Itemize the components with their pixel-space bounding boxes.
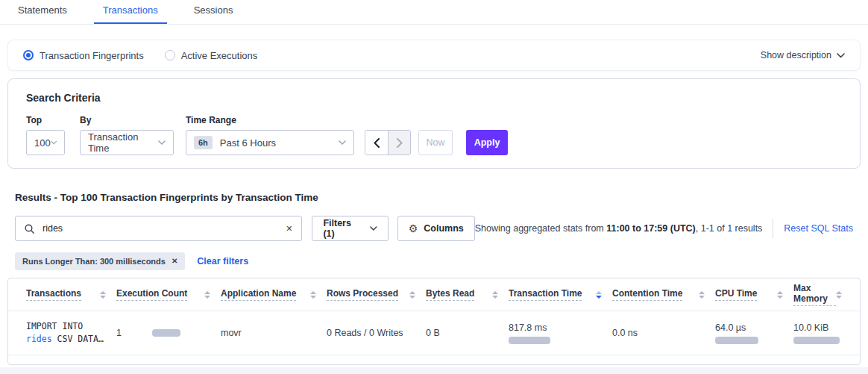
time-range-field: Time Range 6h Past 6 Hours: [186, 115, 354, 155]
show-description-toggle[interactable]: Show description: [761, 50, 845, 60]
clear-search-icon[interactable]: ✕: [286, 225, 292, 233]
time-back-button[interactable]: [365, 131, 388, 155]
chevron-down-icon: [837, 53, 845, 58]
apply-button[interactable]: Apply: [466, 130, 508, 155]
radio-label: Active Executions: [181, 50, 258, 61]
page: Statements Transactions Sessions Transac…: [0, 0, 868, 367]
active-filters-row: Runs Longer Than: 300 milliseconds ✕ Cle…: [15, 252, 853, 270]
results-toolbar: ✕ Filters (1) ⚙ Columns Showing aggregat…: [15, 216, 853, 241]
by-field: By Transaction Time: [80, 115, 174, 155]
sort-icon[interactable]: [777, 291, 783, 299]
column-header-execution-count[interactable]: Execution Count: [116, 288, 221, 301]
sort-icon[interactable]: [836, 291, 842, 299]
transaction-statement-rest: CSV DATA…: [52, 334, 104, 344]
by-label: By: [80, 115, 174, 125]
tab-sessions[interactable]: Sessions: [185, 0, 242, 24]
toolbar-divider: [773, 219, 773, 238]
columns-button[interactable]: ⚙ Columns: [397, 216, 475, 241]
column-header-label[interactable]: Contention Time: [612, 288, 682, 301]
chevron-down-icon: [370, 226, 377, 231]
sort-icon-active[interactable]: [596, 291, 602, 299]
results-heading: Results - Top 100 Transaction Fingerprin…: [15, 192, 853, 203]
column-header-label[interactable]: Max Memory: [793, 283, 836, 306]
tab-statements[interactable]: Statements: [9, 0, 76, 24]
by-select-value: Transaction Time: [88, 131, 158, 154]
radio-selected-icon[interactable]: [23, 50, 34, 60]
radio-label: Transaction Fingerprints: [40, 50, 144, 61]
tab-transactions[interactable]: Transactions: [94, 0, 167, 24]
cell-application-name: movr: [221, 328, 327, 338]
column-header-label[interactable]: Execution Count: [116, 288, 187, 301]
column-header-bytes-read[interactable]: Bytes Read: [426, 288, 509, 301]
cpu-time-bar: [715, 337, 758, 344]
radio-unselected-icon[interactable]: [165, 50, 175, 60]
time-range-select[interactable]: 6h Past 6 Hours: [186, 130, 354, 155]
time-range-badge: 6h: [194, 136, 213, 149]
sort-icon[interactable]: [204, 291, 210, 299]
cell-rows-processed: 0 Reads / 0 Writes: [327, 328, 426, 338]
view-toggle-card: Transaction Fingerprints Active Executio…: [7, 40, 861, 71]
reset-sql-stats-link[interactable]: Reset SQL Stats: [784, 223, 853, 234]
radio-active-executions[interactable]: Active Executions: [165, 50, 258, 61]
sort-icon[interactable]: [409, 291, 415, 299]
cpu-time-value: 64.0 µs: [715, 322, 793, 333]
gear-icon: ⚙: [409, 222, 418, 234]
filter-chip[interactable]: Runs Longer Than: 300 milliseconds ✕: [15, 252, 185, 270]
column-header-max-memory[interactable]: Max Memory: [793, 283, 860, 306]
chevron-right-icon: [397, 138, 403, 148]
search-criteria-card: Search Criteria Top 100 By Transaction T…: [7, 78, 861, 169]
column-header-label[interactable]: Bytes Read: [426, 288, 474, 301]
now-button[interactable]: Now: [418, 130, 453, 155]
column-header-cpu-time[interactable]: CPU Time: [715, 288, 793, 301]
top-select[interactable]: 100: [26, 130, 65, 155]
column-header-label[interactable]: Transaction Time: [509, 288, 582, 301]
time-range-value: Past 6 Hours: [220, 137, 339, 149]
column-header-transactions[interactable]: Transactions: [26, 288, 116, 301]
time-nav-group: [365, 130, 411, 155]
column-header-label[interactable]: CPU Time: [715, 288, 757, 301]
transaction-statement-line1: IMPORT INTO: [26, 320, 116, 333]
sort-icon[interactable]: [100, 291, 106, 299]
table-row[interactable]: IMPORT INTO rides CSV DATA… 1 movr 0 Rea…: [8, 311, 860, 355]
chevron-down-icon: [339, 140, 346, 145]
filter-chip-label: Runs Longer Than: 300 milliseconds: [22, 257, 166, 266]
max-memory-value: 10.0 KiB: [793, 322, 842, 333]
show-description-label: Show description: [761, 50, 831, 60]
results-table: Transactions Execution Count Application…: [7, 278, 861, 365]
sort-icon[interactable]: [310, 291, 316, 299]
column-header-label[interactable]: Application Name: [221, 288, 296, 301]
search-criteria-title: Search Criteria: [26, 92, 842, 104]
cell-contention-time: 0.0 ns: [612, 328, 715, 338]
results-search-box[interactable]: ✕: [15, 216, 302, 241]
radio-transaction-fingerprints[interactable]: Transaction Fingerprints: [23, 50, 144, 61]
column-header-contention-time[interactable]: Contention Time: [612, 288, 715, 301]
by-select[interactable]: Transaction Time: [80, 130, 174, 155]
column-header-application-name[interactable]: Application Name: [221, 288, 327, 301]
column-header-rows-processed[interactable]: Rows Processed: [327, 288, 426, 301]
cell-execution-count: 1: [116, 328, 221, 338]
clear-filters-link[interactable]: Clear filters: [197, 256, 248, 267]
remove-filter-icon[interactable]: ✕: [172, 258, 177, 265]
execution-count-value: 1: [116, 328, 152, 338]
cell-max-memory: 10.0 KiB: [793, 322, 860, 344]
chevron-left-icon: [374, 138, 380, 148]
filters-button[interactable]: Filters (1): [312, 216, 388, 241]
sort-icon[interactable]: [699, 291, 705, 299]
transaction-table-link[interactable]: rides: [26, 334, 52, 344]
search-icon: [25, 224, 34, 234]
execution-count-bar: [152, 329, 180, 337]
stats-time-range: 11:00 to 17:59 (UTC): [606, 223, 695, 234]
search-input[interactable]: [41, 222, 286, 234]
cell-transaction-fingerprint[interactable]: IMPORT INTO rides CSV DATA…: [26, 320, 116, 346]
time-forward-button[interactable]: [388, 131, 410, 155]
cell-transaction-time: 817.8 ms: [509, 322, 612, 344]
stats-prefix: Showing aggregated stats from: [475, 223, 607, 234]
view-toggle-group: Transaction Fingerprints Active Executio…: [23, 50, 257, 61]
chevron-down-icon: [51, 140, 57, 145]
top-select-value: 100: [34, 137, 51, 149]
column-header-label[interactable]: Rows Processed: [327, 288, 398, 301]
column-header-label[interactable]: Transactions: [26, 288, 81, 301]
column-header-transaction-time[interactable]: Transaction Time: [509, 288, 612, 301]
time-range-label: Time Range: [186, 115, 354, 125]
sort-icon[interactable]: [492, 291, 498, 299]
